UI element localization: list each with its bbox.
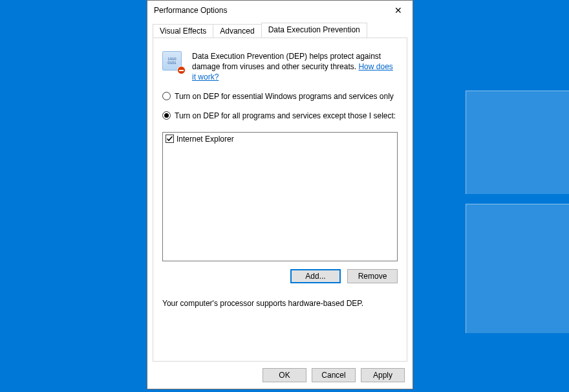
tab-data-execution-prevention[interactable]: Data Execution Prevention bbox=[261, 23, 367, 38]
radio-label: Turn on DEP for essential Windows progra… bbox=[175, 92, 394, 101]
dep-intro-text: Data Execution Prevention (DEP) helps pr… bbox=[192, 51, 398, 83]
radio-label: Turn on DEP for all programs and service… bbox=[175, 111, 396, 120]
dep-status-text: Your computer's processor supports hardw… bbox=[162, 299, 398, 308]
list-item[interactable]: Internet Explorer bbox=[164, 134, 396, 144]
dep-intro: 10100101 Data Execution Prevention (DEP)… bbox=[162, 51, 398, 83]
tab-visual-effects[interactable]: Visual Effects bbox=[153, 24, 213, 38]
desktop-background: Performance Options ✕ Visual Effects Adv… bbox=[0, 0, 569, 392]
radio-dep-essential[interactable]: Turn on DEP for essential Windows progra… bbox=[162, 92, 398, 101]
dialog-button-row: OK Cancel Apply bbox=[147, 362, 413, 389]
close-icon: ✕ bbox=[394, 5, 402, 16]
close-button[interactable]: ✕ bbox=[383, 1, 413, 20]
ok-button[interactable]: OK bbox=[263, 368, 306, 382]
performance-options-dialog: Performance Options ✕ Visual Effects Adv… bbox=[147, 0, 413, 389]
tab-advanced[interactable]: Advanced bbox=[213, 24, 261, 38]
tab-strip: Visual Effects Advanced Data Execution P… bbox=[147, 23, 413, 38]
add-button[interactable]: Add... bbox=[290, 269, 341, 283]
titlebar[interactable]: Performance Options ✕ bbox=[147, 1, 413, 20]
dep-blocked-badge-icon bbox=[177, 66, 186, 74]
radio-icon bbox=[162, 111, 171, 120]
radio-dep-all-except[interactable]: Turn on DEP for all programs and service… bbox=[162, 111, 398, 120]
dep-intro-body: Data Execution Prevention (DEP) helps pr… bbox=[192, 52, 381, 71]
checkbox-icon[interactable] bbox=[166, 135, 174, 143]
list-item-label: Internet Explorer bbox=[177, 135, 234, 144]
dep-chip-icon: 10100101 bbox=[162, 51, 184, 73]
dep-exception-list[interactable]: Internet Explorer bbox=[162, 132, 398, 261]
cancel-button[interactable]: Cancel bbox=[312, 368, 356, 382]
tab-panel-dep: 10100101 Data Execution Prevention (DEP)… bbox=[153, 38, 407, 362]
window-title: Performance Options bbox=[154, 6, 383, 15]
remove-button[interactable]: Remove bbox=[347, 269, 398, 283]
apply-button[interactable]: Apply bbox=[361, 368, 405, 382]
dep-list-buttons: Add... Remove bbox=[162, 269, 398, 283]
radio-icon bbox=[162, 92, 171, 100]
wallpaper-beam bbox=[466, 91, 569, 194]
wallpaper-beam bbox=[466, 204, 569, 333]
